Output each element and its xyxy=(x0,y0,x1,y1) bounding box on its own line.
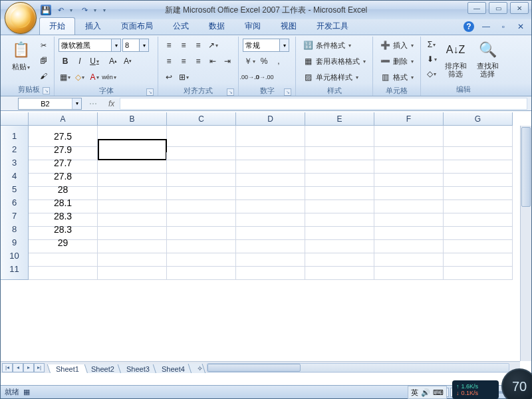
sheet-tab-3[interactable]: Sheet3 xyxy=(117,364,158,374)
tab-page-layout[interactable]: 页面布局 xyxy=(111,17,163,35)
sheet-tab-2[interactable]: Sheet2 xyxy=(82,364,123,374)
cut-button[interactable] xyxy=(37,39,50,52)
align-right-button[interactable]: ≡ xyxy=(192,55,205,68)
sheet-nav-first[interactable]: |◂ xyxy=(2,363,13,372)
shrink-font-button[interactable]: A▾ xyxy=(121,55,134,68)
col-header-D[interactable]: D xyxy=(236,112,305,126)
sheet-tab-1[interactable]: Sheet1 xyxy=(47,364,88,374)
underline-button[interactable]: U▾ xyxy=(88,55,101,68)
formula-input[interactable] xyxy=(120,98,527,110)
col-header-A[interactable]: A xyxy=(29,112,98,126)
paste-button[interactable]: 粘贴▾ xyxy=(7,38,34,83)
format-cells-button[interactable]: ▥格式▾ xyxy=(377,70,416,84)
close-workbook-icon[interactable]: ✕ xyxy=(515,21,526,32)
sheet-nav-prev[interactable]: ◂ xyxy=(13,363,23,372)
align-launcher-icon[interactable]: ↘ xyxy=(227,88,234,96)
comma-button[interactable]: , xyxy=(272,55,285,68)
redo-icon[interactable]: ↷ xyxy=(79,5,90,15)
sort-filter-button[interactable]: A↓Z 排序和 筛选 xyxy=(441,38,470,83)
indent-dec-button[interactable]: ⇤ xyxy=(206,55,219,68)
close-button[interactable]: ✕ xyxy=(510,2,529,14)
scroll-thumb[interactable] xyxy=(207,364,301,372)
percent-button[interactable]: % xyxy=(257,55,271,68)
col-header-F[interactable]: F xyxy=(374,112,444,126)
delete-cells-button[interactable]: ➖删除▾ xyxy=(377,54,416,68)
align-center-button[interactable]: ≡ xyxy=(177,55,190,68)
font-launcher-icon[interactable]: ↘ xyxy=(146,88,154,96)
tab-view[interactable]: 视图 xyxy=(271,17,307,35)
grid[interactable]: ABCDEFG127.5227.9327.7427.8528628.1728.3… xyxy=(1,112,531,272)
phonetic-button[interactable]: wén▾ xyxy=(102,70,116,84)
italic-button[interactable]: I xyxy=(73,55,86,68)
net-speed-widget[interactable]: ↑1.6K/s ↓0.1K/s xyxy=(452,380,499,399)
format-painter-button[interactable] xyxy=(37,69,50,82)
align-bottom-button[interactable]: ≡ xyxy=(192,39,205,52)
scroll-thumb[interactable] xyxy=(521,127,531,207)
tab-home[interactable]: 开始 xyxy=(39,17,75,35)
conditional-format-button[interactable]: 🔢条件格式▾ xyxy=(300,38,368,53)
save-icon[interactable]: 💾 xyxy=(41,5,51,15)
font-size-combo[interactable]: ▾ xyxy=(122,39,149,52)
fill-button[interactable]: ⬇▾ xyxy=(425,53,438,66)
chevron-down-icon[interactable]: ▾ xyxy=(112,39,121,52)
number-launcher-icon[interactable]: ↘ xyxy=(284,88,291,96)
align-top-button[interactable]: ≡ xyxy=(162,39,176,52)
sheet-nav-next[interactable]: ▸ xyxy=(23,363,34,372)
fx-icon[interactable]: fx xyxy=(108,99,114,108)
tab-review[interactable]: 审阅 xyxy=(235,17,271,35)
sheet-tab-4[interactable]: Sheet4 xyxy=(152,364,193,374)
minimize-ribbon-icon[interactable]: — xyxy=(481,21,491,32)
undo-drop-icon[interactable]: ▾ xyxy=(70,7,75,13)
tab-insert[interactable]: 插入 xyxy=(75,17,111,35)
font-color-button[interactable]: A▾ xyxy=(88,70,101,84)
col-header-C[interactable]: C xyxy=(167,112,236,126)
cell-F11[interactable] xyxy=(374,259,444,280)
col-header-B[interactable]: B xyxy=(98,112,167,126)
cell-B11[interactable] xyxy=(98,259,167,280)
cell-styles-button[interactable]: ▨单元格样式▾ xyxy=(300,70,368,84)
clipboard-launcher-icon[interactable]: ↘ xyxy=(43,87,50,94)
align-middle-button[interactable]: ≡ xyxy=(177,39,190,52)
cell-D11[interactable] xyxy=(236,259,305,280)
number-format-combo[interactable]: ▾ xyxy=(243,39,289,52)
undo-icon[interactable]: ↶ xyxy=(55,5,66,15)
vertical-scrollbar[interactable] xyxy=(520,126,531,361)
tab-developer[interactable]: 开发工具 xyxy=(307,17,358,35)
redo-drop-icon[interactable]: ▾ xyxy=(94,7,99,13)
chevron-down-icon[interactable]: ▾ xyxy=(72,98,81,109)
select-all-button[interactable] xyxy=(1,112,29,126)
tab-data[interactable]: 数据 xyxy=(199,17,235,35)
horizontal-scrollbar[interactable] xyxy=(207,363,510,372)
maximize-button[interactable]: ▭ xyxy=(489,2,507,14)
wrap-text-button[interactable]: ↩ xyxy=(162,70,176,84)
font-name-input[interactable] xyxy=(59,39,112,52)
cell-G11[interactable] xyxy=(444,259,513,280)
orientation-button[interactable]: ↗▾ xyxy=(206,39,219,52)
find-select-button[interactable]: 🔍 查找和 选择 xyxy=(473,38,502,83)
cell-C11[interactable] xyxy=(167,259,236,280)
insert-cells-button[interactable]: ➕插入▾ xyxy=(377,38,416,53)
font-name-combo[interactable]: ▾ xyxy=(59,39,121,52)
qat-customize-icon[interactable]: ▾ xyxy=(103,7,108,13)
cell-E11[interactable] xyxy=(305,259,374,280)
fill-color-button[interactable]: ◇▾ xyxy=(73,70,86,84)
borders-button[interactable]: ▦▾ xyxy=(59,70,72,84)
cell-A11[interactable] xyxy=(29,259,98,280)
col-header-E[interactable]: E xyxy=(305,112,374,126)
row-header-11[interactable]: 11 xyxy=(1,259,29,280)
grow-font-button[interactable]: A▴ xyxy=(106,55,120,68)
restore-workbook-icon[interactable]: ▫ xyxy=(498,21,509,32)
copy-button[interactable] xyxy=(37,54,50,67)
new-sheet-button[interactable]: ✧ xyxy=(188,364,205,374)
bold-button[interactable]: B xyxy=(59,55,72,68)
font-size-input[interactable] xyxy=(122,39,140,52)
help-icon[interactable]: ? xyxy=(464,21,474,32)
autosum-button[interactable]: Σ▾ xyxy=(425,38,438,51)
merge-button[interactable]: ⊞▾ xyxy=(177,70,190,84)
tab-formulas[interactable]: 公式 xyxy=(163,17,199,35)
col-header-G[interactable]: G xyxy=(444,112,513,126)
name-box[interactable]: ▾ xyxy=(18,98,82,110)
format-as-table-button[interactable]: ▦套用表格格式▾ xyxy=(300,54,368,68)
decrease-decimal-button[interactable]: .0→.00 xyxy=(257,70,271,84)
chevron-down-icon[interactable]: ▾ xyxy=(140,39,149,52)
